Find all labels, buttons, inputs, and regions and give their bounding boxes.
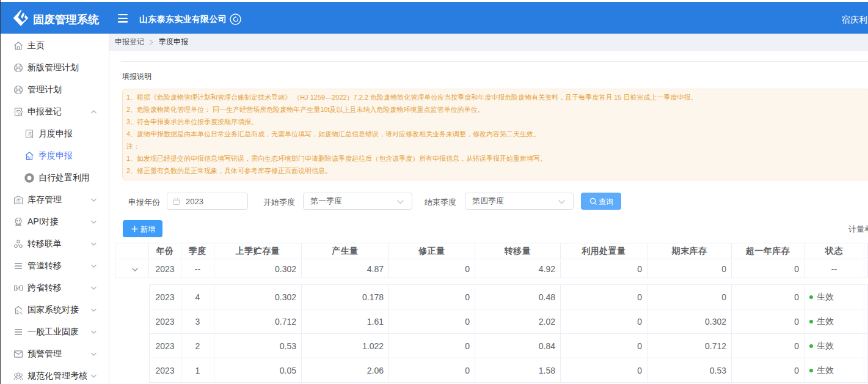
svg-text:月: 月 (27, 131, 32, 137)
svg-text:库: 库 (16, 198, 21, 204)
